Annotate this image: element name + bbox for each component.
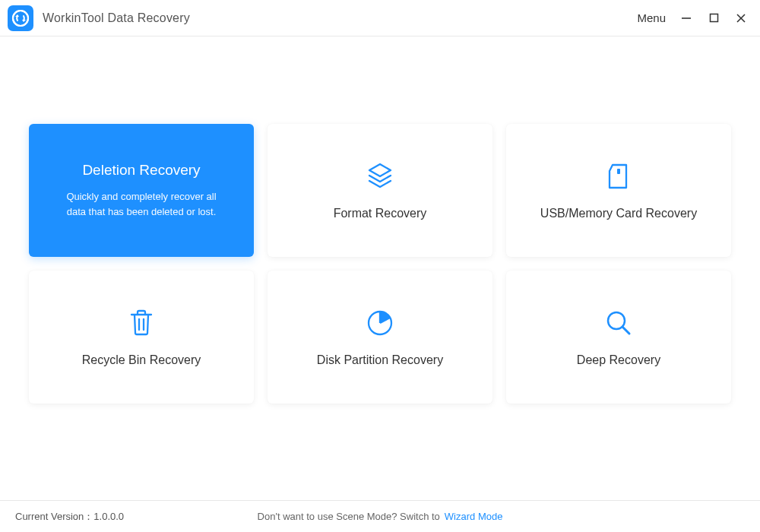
card-disk-partition-recovery[interactable]: Disk Partition Recovery [268,271,492,404]
minimize-button[interactable] [679,11,693,25]
version-label: Current Version：1.0.0.0 [15,510,124,524]
card-title: USB/Memory Card Recovery [540,207,697,220]
wizard-mode-link[interactable]: Wizard Mode [445,511,503,522]
footer-mode-switch: Don't want to use Scene Mode? Switch to … [258,511,503,522]
svg-marker-2 [22,20,26,22]
app-title: WorkinTool Data Recovery [43,11,190,25]
svg-rect-4 [710,14,717,22]
card-title: Deep Recovery [577,353,660,367]
card-title: Recycle Bin Recovery [82,353,201,367]
close-button[interactable] [734,11,748,25]
card-format-recovery[interactable]: Format Recovery [268,124,492,257]
app-logo-icon [8,5,33,31]
svg-rect-7 [617,169,620,174]
magnify-icon [603,308,634,338]
card-title: Format Recovery [334,207,427,220]
menu-button[interactable]: Menu [637,11,666,24]
recovery-grid: Deletion Recovery Quickly and completely… [29,124,731,404]
layers-icon [365,161,395,192]
svg-point-0 [13,11,28,26]
window-controls [679,11,748,25]
footer: Current Version：1.0.0.0 Don't want to us… [0,500,760,532]
card-usb-recovery[interactable]: USB/Memory Card Recovery [506,124,731,257]
card-recycle-bin-recovery[interactable]: Recycle Bin Recovery [29,271,254,404]
card-description: Quickly and completely recover all data … [44,189,239,219]
card-deletion-recovery[interactable]: Deletion Recovery Quickly and completely… [29,124,254,257]
card-deep-recovery[interactable]: Deep Recovery [506,271,731,404]
maximize-button[interactable] [707,11,720,25]
svg-marker-1 [15,14,19,17]
trash-icon [126,308,157,338]
sd-card-icon [603,161,634,192]
main-content: Deletion Recovery Quickly and completely… [0,36,760,500]
switch-text: Don't want to use Scene Mode? Switch to [258,511,440,522]
card-title: Deletion Recovery [82,162,200,179]
pie-chart-icon [365,308,395,338]
svg-line-14 [622,327,629,334]
card-title: Disk Partition Recovery [317,353,443,367]
titlebar: WorkinTool Data Recovery Menu [0,0,760,36]
